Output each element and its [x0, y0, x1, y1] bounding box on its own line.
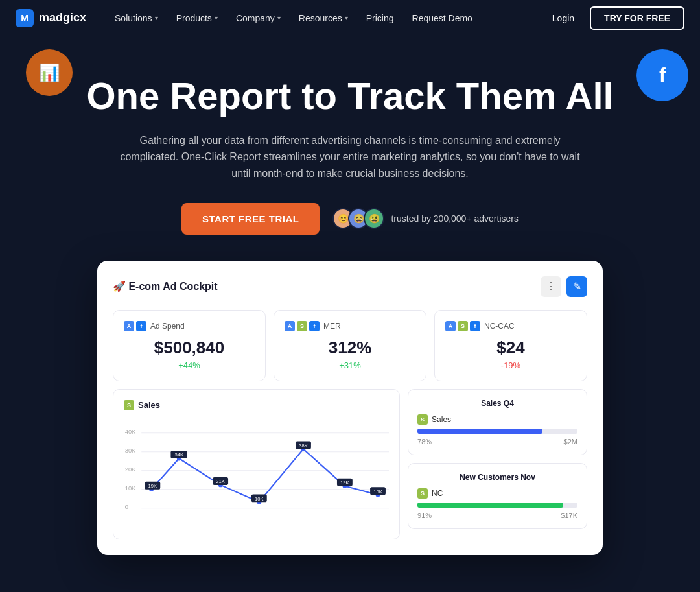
svg-text:10K: 10K: [125, 485, 136, 491]
metric-card-nccac: A S f NC-CAC $24 -19%: [434, 310, 587, 381]
channel-icons: A S f: [285, 321, 320, 331]
svg-text:10K: 10K: [255, 495, 264, 501]
shopify-channel-icon: S: [458, 321, 468, 331]
metric-label: MER: [323, 322, 341, 331]
chevron-down-icon: ▾: [345, 14, 348, 21]
logo[interactable]: M madgicx: [16, 9, 86, 27]
svg-text:40K: 40K: [125, 429, 136, 435]
metric-card-mer: A S f MER 312% +31%: [274, 310, 426, 381]
avatar-group: 😊 😄 😃: [332, 208, 384, 229]
hero-description: Gathering all your data from different a…: [110, 132, 590, 182]
svg-text:19K: 19K: [148, 483, 158, 489]
metric-change: +44%: [124, 361, 255, 370]
new-customers-percent: 91%: [417, 512, 432, 519]
facebook-icon-right: f: [636, 49, 688, 101]
login-button[interactable]: Login: [544, 8, 582, 29]
chart-title: S Sales: [124, 400, 389, 410]
metrics-row: A f Ad Spend $500,840 +44% A: [113, 310, 587, 381]
dashboard-card: 🚀 E-com Ad Cockpit ⋮ ✎: [97, 261, 603, 555]
metric-card-adspend: A f Ad Spend $500,840 +44%: [113, 310, 266, 381]
more-options-button[interactable]: ⋮: [541, 276, 561, 297]
facebook-channel-icon: f: [309, 321, 320, 331]
new-customers-stats: 91% $17K: [417, 512, 578, 519]
metric-value: $500,840: [124, 338, 255, 358]
bottom-row: S Sales 40K 30K 20K 10K 0: [113, 389, 587, 539]
chart-area: 40K 30K 20K 10K 0: [124, 418, 389, 528]
avatar: 😃: [364, 208, 384, 229]
channel-icons: A S f: [445, 321, 480, 331]
hero-cta: START FREE TRIAL 😊 😄 😃 trusted by 200,00…: [13, 203, 687, 235]
edit-button[interactable]: ✎: [566, 276, 587, 297]
edit-icon: ✎: [573, 280, 581, 292]
nav-item-solutions[interactable]: Solutions ▾: [107, 8, 166, 29]
new-customers-nov-card: New Customers Nov S NC 91% $17K: [408, 463, 587, 529]
analytics-icon: 📊: [26, 49, 73, 96]
google-ads-channel-icon: A: [445, 321, 456, 331]
new-customers-amount: $17K: [561, 512, 578, 519]
metric-label: NC-CAC: [484, 322, 515, 331]
shopify-nc-icon: S: [417, 488, 428, 499]
dashboard-actions: ⋮ ✎: [541, 276, 587, 297]
hero-section: One Report to Track Them All Gathering a…: [0, 36, 700, 581]
nav-item-resources[interactable]: Resources ▾: [291, 8, 356, 29]
nav-right: Login TRY FOR FREE: [544, 6, 684, 30]
new-customers-progress-bg: [417, 503, 578, 508]
facebook-channel-icon: f: [136, 321, 146, 331]
try-for-free-button[interactable]: TRY FOR FREE: [590, 6, 684, 30]
chevron-down-icon: ▾: [215, 14, 218, 21]
main-content: 📊 f f S One Report to Track Them All Gat…: [0, 36, 700, 592]
new-customers-progress-fill: [417, 503, 563, 508]
sales-q4-percent: 78%: [417, 438, 432, 445]
dots-icon: ⋮: [546, 280, 556, 292]
line-chart-svg: 40K 30K 20K 10K 0: [124, 418, 389, 528]
svg-text:20K: 20K: [125, 466, 136, 473]
logo-text: madgicx: [39, 11, 86, 25]
nav-item-request-demo[interactable]: Request Demo: [404, 8, 480, 29]
shopify-chart-icon: S: [124, 400, 134, 410]
new-customers-metric-label: S NC: [417, 488, 578, 499]
metric-change: +31%: [285, 361, 415, 370]
google-ads-channel-icon: A: [285, 321, 295, 331]
sales-chart-card: S Sales 40K 30K 20K 10K 0: [113, 389, 400, 539]
sales-q4-progress-fill: [417, 429, 542, 434]
channel-icons: A f: [124, 321, 146, 331]
sales-q4-progress-bg: [417, 429, 578, 434]
svg-text:15K: 15K: [373, 488, 383, 494]
dashboard-container: 🚀 E-com Ad Cockpit ⋮ ✎: [97, 261, 603, 555]
svg-text:21K: 21K: [216, 479, 226, 484]
svg-text:19K: 19K: [340, 480, 350, 486]
facebook-channel-icon: f: [470, 321, 480, 331]
metric-label: Ad Spend: [150, 322, 185, 331]
sales-q4-metric-label: S Sales: [417, 414, 578, 425]
sales-q4-card: Sales Q4 S Sales 78% $2M: [408, 389, 587, 455]
nav-item-pricing[interactable]: Pricing: [358, 8, 402, 29]
start-free-trial-button[interactable]: START FREE TRIAL: [181, 203, 320, 235]
chevron-down-icon: ▾: [155, 14, 158, 21]
sales-q4-stats: 78% $2M: [417, 438, 578, 445]
nav-links: Solutions ▾ Products ▾ Company ▾ Resourc…: [107, 8, 544, 29]
metric-change: -19%: [445, 361, 576, 370]
metric-value: 312%: [285, 338, 415, 358]
hero-title: One Report to Track Them All: [13, 75, 687, 117]
svg-text:0: 0: [125, 504, 128, 510]
sales-q4-amount: $2M: [564, 438, 578, 445]
nav-item-products[interactable]: Products ▾: [169, 8, 226, 29]
right-charts: Sales Q4 S Sales 78% $2M: [408, 389, 587, 539]
logo-icon: M: [16, 9, 34, 27]
metric-value: $24: [445, 338, 576, 358]
svg-text:30K: 30K: [125, 447, 136, 454]
google-ads-channel-icon: A: [124, 321, 134, 331]
shopify-channel-icon: S: [297, 321, 307, 331]
chevron-down-icon: ▾: [277, 14, 281, 21]
shopify-q4-icon: S: [417, 414, 428, 425]
navbar: M madgicx Solutions ▾ Products ▾ Company…: [0, 0, 700, 36]
sales-q4-title: Sales Q4: [417, 399, 578, 408]
trusted-text: trusted by 200,000+ advertisers: [391, 213, 519, 224]
trusted-section: 😊 😄 😃 trusted by 200,000+ advertisers: [332, 208, 519, 229]
new-customers-title: New Customers Nov: [417, 473, 578, 482]
svg-text:34K: 34K: [174, 452, 184, 458]
dashboard-title: 🚀 E-com Ad Cockpit: [113, 280, 218, 292]
nav-item-company[interactable]: Company ▾: [228, 8, 288, 29]
svg-text:38K: 38K: [299, 443, 309, 449]
dashboard-header: 🚀 E-com Ad Cockpit ⋮ ✎: [113, 276, 587, 297]
